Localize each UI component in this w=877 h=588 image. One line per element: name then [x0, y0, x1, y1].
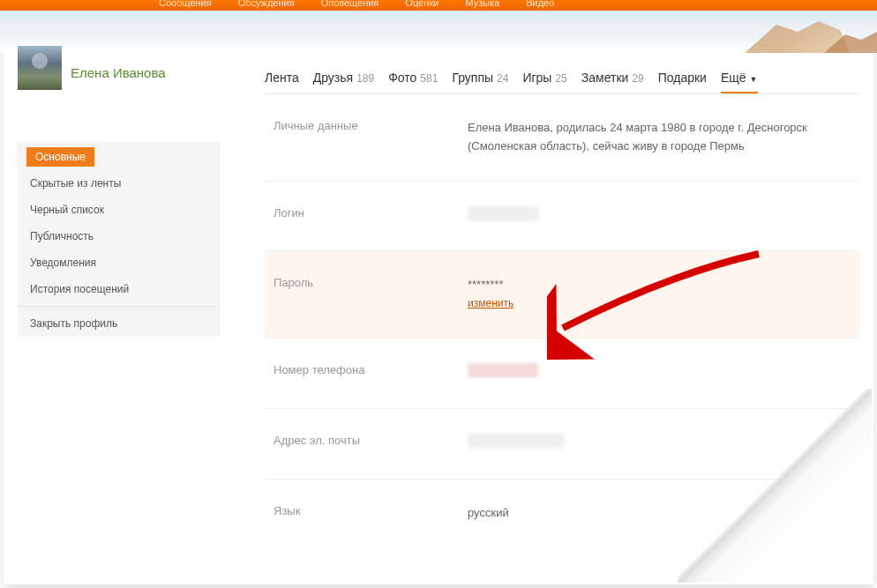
tab-photos[interactable]: Фото581 [388, 71, 438, 85]
setting-label: Пароль [274, 276, 468, 313]
sidebar-item-close-profile[interactable]: Закрыть профиль [18, 310, 221, 337]
setting-language[interactable]: Язык русский [265, 480, 859, 547]
password-masked: ******** [468, 276, 851, 294]
setting-label: Логин [274, 206, 468, 227]
top-nav-item[interactable]: Оценки [405, 0, 438, 8]
tab-friends[interactable]: Друзья189 [313, 71, 374, 85]
redacted-login [468, 206, 538, 220]
winter-banner [0, 11, 877, 53]
setting-label: Личные данные [274, 119, 468, 156]
setting-label: Язык [274, 504, 468, 523]
sidebar-item-visit-history[interactable]: История посещений [18, 276, 221, 302]
sidebar-item-notifications[interactable]: Уведомления [18, 249, 221, 276]
setting-password[interactable]: Пароль ******** изменить [265, 251, 859, 339]
setting-login[interactable]: Логин [265, 182, 859, 252]
tab-feed[interactable]: Лента [265, 71, 299, 85]
profile-name-link[interactable]: Елена Иванова [71, 65, 221, 80]
setting-value [468, 363, 851, 383]
setting-value [468, 434, 851, 454]
setting-value: Елена Иванова, родилась 24 марта 1980 в … [468, 119, 851, 156]
redacted-email [468, 434, 565, 448]
tab-more[interactable]: Ещё [721, 71, 758, 93]
sidebar-item-publicity[interactable]: Публичность [18, 223, 221, 249]
top-nav-item[interactable]: Оповещения [321, 0, 379, 8]
setting-label: Номер телефона [274, 363, 468, 383]
settings-side-nav: Основные Скрытые из ленты Черный список … [18, 142, 221, 337]
change-password-link[interactable]: изменить [468, 297, 513, 309]
avatar[interactable] [18, 46, 62, 90]
top-nav-item[interactable]: Обсуждения [238, 0, 295, 8]
top-nav-item[interactable]: Сообщения [159, 0, 212, 8]
setting-value [468, 206, 851, 227]
profile-tabs: Лента Друзья189 Фото581 Группы24 Игры25 … [265, 71, 859, 94]
tab-gifts[interactable]: Подарки [658, 71, 707, 85]
sidebar-item-blacklist[interactable]: Черный список [18, 197, 221, 223]
redacted-phone [468, 363, 538, 377]
top-nav: Сообщения Обсуждения Оповещения Оценки М… [159, 0, 554, 8]
setting-value: ******** изменить [468, 276, 851, 313]
top-nav-item[interactable]: Музыка [465, 0, 499, 8]
setting-label: Адрес эл. почты [274, 434, 468, 454]
tab-notes[interactable]: Заметки29 [581, 71, 644, 85]
top-orange-bar: Сообщения Обсуждения Оповещения Оценки М… [0, 0, 877, 11]
setting-email[interactable]: Адрес эл. почты [265, 409, 859, 480]
sidebar-item-main[interactable]: Основные [26, 147, 94, 167]
setting-phone[interactable]: Номер телефона [265, 339, 859, 409]
tab-games[interactable]: Игры25 [522, 71, 566, 85]
top-nav-item[interactable]: Видео [526, 0, 554, 8]
sidebar-item-hidden-feed[interactable]: Скрытые из ленты [18, 170, 221, 197]
setting-personal-data[interactable]: Личные данные Елена Иванова, родилась 24… [265, 94, 859, 182]
tab-groups[interactable]: Группы24 [452, 71, 508, 85]
setting-value: русский [468, 504, 851, 523]
